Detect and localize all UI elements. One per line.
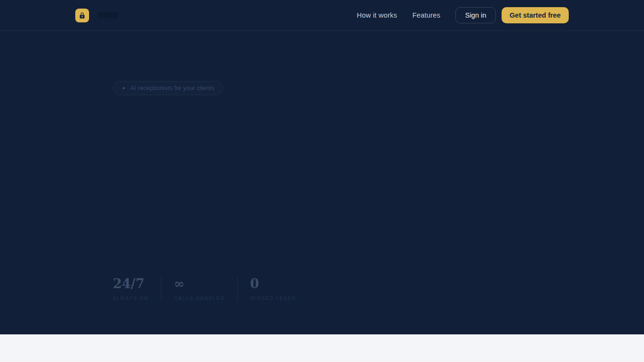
stat-label: ALWAYS ON [113, 295, 149, 301]
stat-label: MISSED LEADS [250, 295, 296, 301]
get-started-button[interactable]: Get started free [502, 7, 569, 23]
brand-wordmark [97, 12, 118, 18]
stat-missed-leads: 0 MISSED LEADS [250, 277, 296, 302]
hero-section: ✦ AI receptionists for your clients 24/7… [0, 31, 644, 334]
stat-always-on: 24/7 ALWAYS ON [113, 277, 149, 302]
header-nav: How it works Features Sign in Get starte… [357, 7, 569, 23]
stat-value: 24/7 [113, 277, 149, 291]
stat-label: CALLS HANDLED [174, 295, 225, 301]
stat-divider [237, 277, 238, 302]
hero-badge-label: AI receptionists for your clients [130, 85, 214, 91]
next-section [0, 334, 644, 362]
sparkle-icon: ✦ [121, 86, 126, 91]
hero-stats: 24/7 ALWAYS ON ∞ CALLS HANDLED 0 MISSED … [113, 277, 296, 302]
stat-value: 0 [250, 277, 296, 291]
site-header: How it works Features Sign in Get starte… [0, 0, 644, 31]
sign-in-button[interactable]: Sign in [455, 7, 495, 23]
stat-calls-handled: ∞ CALLS HANDLED [174, 277, 225, 302]
hero-badge: ✦ AI receptionists for your clients [113, 81, 223, 95]
brand-home-link[interactable] [75, 9, 118, 22]
stat-divider [161, 277, 161, 302]
nav-link-features[interactable]: Features [413, 11, 441, 19]
stat-value: ∞ [174, 277, 225, 291]
nav-link-how-it-works[interactable]: How it works [357, 11, 397, 19]
lock-icon [75, 9, 89, 22]
